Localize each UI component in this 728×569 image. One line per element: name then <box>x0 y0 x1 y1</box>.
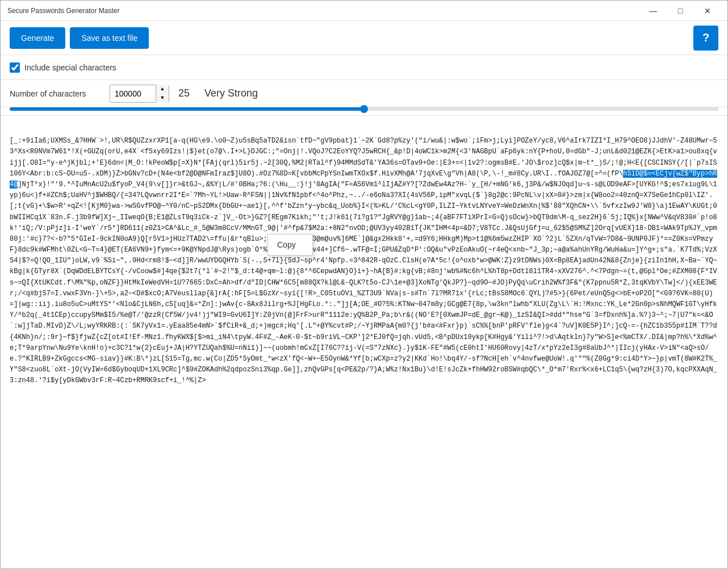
main-window: Secure Passwords Generator Master — □ ✕ … <box>0 0 728 569</box>
progress-fill <box>10 107 364 111</box>
progress-track[interactable] <box>10 107 718 111</box>
progress-thumb[interactable] <box>360 105 368 113</box>
maximize-button[interactable]: □ <box>667 2 693 19</box>
close-button[interactable]: ✕ <box>694 2 721 19</box>
window-title: Secure Passwords Generator Master <box>7 7 119 15</box>
minimize-button[interactable]: — <box>640 2 666 19</box>
char-count-input[interactable] <box>110 87 156 101</box>
toolbar-left: Generate Save as text file <box>10 27 149 49</box>
title-bar-buttons: — □ ✕ <box>640 2 721 19</box>
copy-menu-item[interactable]: Copy <box>268 237 312 253</box>
generate-button[interactable]: Generate <box>10 27 65 49</box>
password-text[interactable]: [_:+9iIa6;UXMSs_&?HHW`>!,UR\R$QUZzxrXP1[… <box>10 125 718 559</box>
toolbar: Generate Save as text file ? <box>1 21 727 55</box>
strength-label: Very Strong <box>204 87 258 99</box>
context-menu: Copy <box>267 234 313 256</box>
char-increment-button[interactable]: ▲ <box>156 85 169 94</box>
save-button[interactable]: Save as text file <box>70 27 149 49</box>
include-special-checkbox[interactable] <box>10 62 20 73</box>
help-button[interactable]: ? <box>693 26 718 51</box>
content-area: [_:+9iIa6;UXMSs_&?HHW`>!,UR\R$QUZzxrXP1[… <box>1 116 727 568</box>
progress-bar-container <box>1 107 727 116</box>
password-count: 25 <box>178 87 195 99</box>
char-decrement-button[interactable]: ▼ <box>156 94 169 103</box>
include-special-text: Include special characters <box>24 63 116 72</box>
char-input-group: ▲ ▼ <box>110 85 169 103</box>
include-special-label[interactable]: Include special characters <box>10 62 116 73</box>
title-bar: Secure Passwords Generator Master — □ ✕ <box>1 1 727 21</box>
char-spinners: ▲ ▼ <box>156 85 169 103</box>
char-settings-bar: Number of characters ▲ ▼ 25 Very Strong <box>1 80 727 107</box>
char-label: Number of characters <box>10 89 101 98</box>
options-bar: Include special characters <box>1 55 727 80</box>
